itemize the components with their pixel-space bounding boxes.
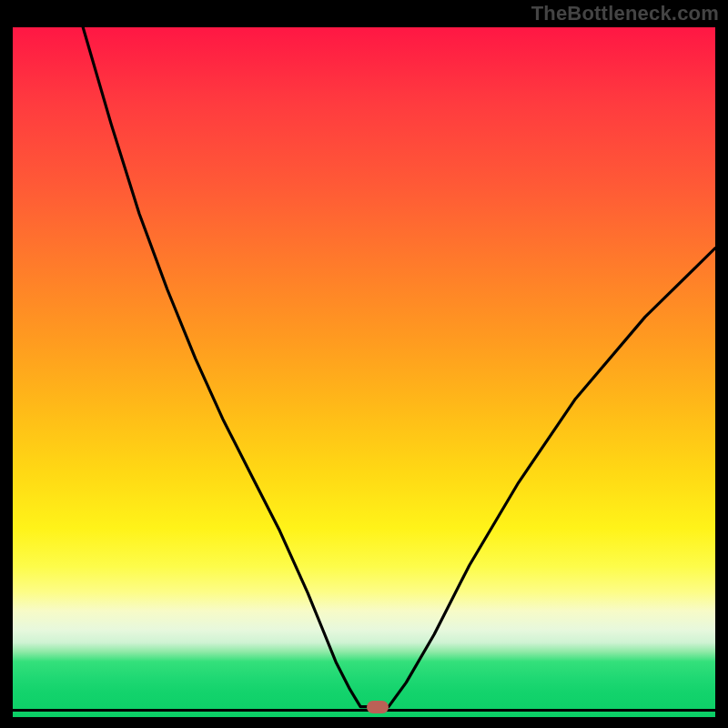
optimum-marker	[367, 701, 389, 713]
chart-frame: TheBottleneck.com	[0, 0, 728, 728]
attribution-text: TheBottleneck.com	[531, 2, 719, 25]
curve-path	[83, 27, 715, 707]
plot-area	[13, 27, 715, 717]
plot-inner	[13, 27, 715, 717]
curve-svg	[13, 27, 715, 717]
